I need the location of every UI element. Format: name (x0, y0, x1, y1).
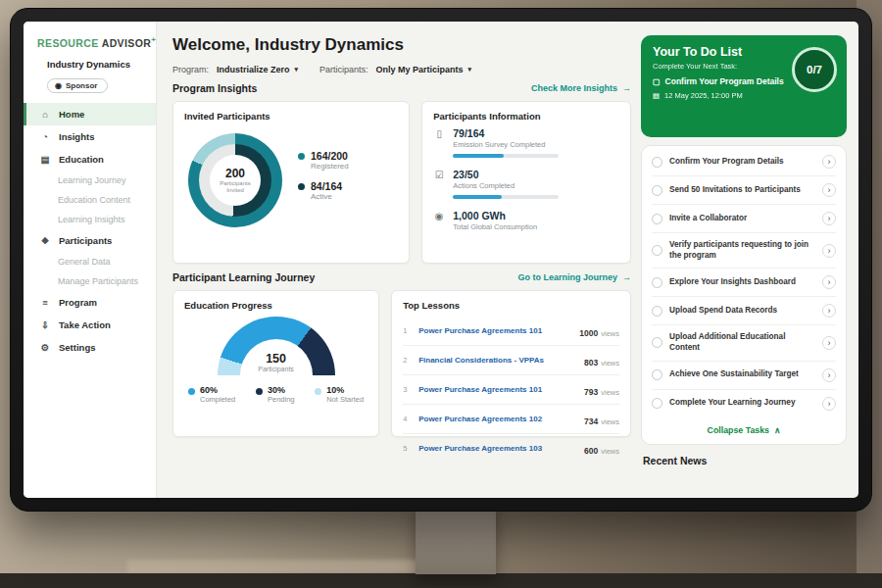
task-chevron-button[interactable]: › (822, 397, 836, 411)
app-logo: RESOURCE ADVISOR+ (24, 31, 156, 57)
task-row[interactable]: Achieve One Sustainability Target › (652, 362, 836, 390)
download-icon: ⇩ (39, 319, 51, 330)
task-row[interactable]: Explore Your Insights Dashboard › (652, 269, 836, 297)
section-title: Program Insights (172, 82, 257, 94)
nav-label: Learning Journey (58, 175, 126, 185)
task-row[interactable]: Verify participants requesting to join t… (652, 233, 836, 269)
sidebar-item-take-action[interactable]: ⇩ Take Action (24, 314, 156, 336)
task-row[interactable]: Upload Additional Educational Content › (652, 325, 836, 361)
sidebar-item-general-data[interactable]: General Data (24, 252, 156, 271)
task-row[interactable]: Send 50 Invitations to Participants › (652, 176, 836, 205)
legend-item: 60% Completed (188, 385, 235, 404)
stat-value: 79/164 (453, 127, 559, 139)
task-chevron-button[interactable]: › (822, 336, 836, 350)
task-checkbox[interactable] (652, 185, 662, 196)
task-checkbox[interactable] (652, 398, 662, 409)
stat-value: 1,000 GWh (453, 210, 537, 221)
todo-panel: Your To Do List Complete Your Next Task:… (641, 22, 858, 498)
lesson-row: 5 Power Purchase Agreements 103 600views (403, 434, 619, 463)
main-content: Welcome, Industry Dynamics Program: Indu… (157, 22, 641, 498)
lesson-link[interactable]: Power Purchase Agreements 102 (418, 415, 577, 423)
program-select[interactable]: Industrialize Zero ▾ (217, 65, 298, 74)
participants-filter-label: Participants: (319, 65, 368, 74)
task-row[interactable]: Upload Spend Data Records › (652, 297, 836, 325)
lesson-row: 4 Power Purchase Agreements 102 734views (403, 405, 619, 434)
gauge-center-value: 150 (240, 352, 313, 366)
stat-row: ▯ 79/164 Emission Survey Completed (433, 127, 619, 158)
legend-item: 84/164 Active (298, 180, 349, 201)
sidebar-item-learning-insights[interactable]: Learning Insights (24, 210, 156, 229)
invited-participants-card: Invited Participants 200 Participants In… (172, 101, 410, 264)
task-row[interactable]: Invite a Collaborator › (652, 205, 836, 233)
lesson-rank: 5 (403, 444, 412, 453)
go-to-learning-journey-link[interactable]: Go to Learning Journey → (517, 272, 631, 282)
stat-row: ☑ 23/50 Actions Completed (433, 169, 619, 199)
stat-label: Actions Completed (453, 181, 559, 190)
sidebar-item-insights[interactable]: ◔ Insights (24, 125, 156, 148)
task-chevron-button[interactable]: › (822, 183, 836, 197)
sponsor-icon: ◉ (55, 81, 62, 90)
lesson-link[interactable]: Financial Considerations - VPPAs (418, 356, 577, 365)
sidebar-item-education-content[interactable]: Education Content (24, 190, 156, 210)
task-checkbox[interactable] (652, 306, 662, 317)
sidebar-item-program[interactable]: ≡ Program (24, 291, 156, 314)
chevron-right-icon: › (828, 185, 831, 195)
task-label: Verify participants requesting to join t… (669, 240, 815, 261)
check-more-insights-link[interactable]: Check More Insights → (531, 83, 631, 93)
task-checkbox[interactable] (652, 277, 662, 288)
task-chevron-button[interactable]: › (822, 368, 836, 382)
task-checkbox[interactable] (652, 245, 662, 256)
task-checkbox[interactable] (652, 337, 662, 348)
task-chevron-button[interactable]: › (822, 244, 836, 258)
nav-label: Education Content (58, 195, 130, 205)
task-row[interactable]: Complete Your Learning Journey › (652, 390, 836, 417)
nav-label: Learning Insights (58, 215, 125, 224)
legend-value: 164/200 (311, 150, 349, 162)
task-label: Explore Your Insights Dashboard (669, 277, 815, 288)
lesson-views-unit: views (601, 447, 619, 456)
progress-bar-fill (453, 195, 502, 199)
legend-item: 164/200 Registered (298, 150, 349, 171)
lesson-views-unit: views (601, 329, 619, 338)
sidebar-item-settings[interactable]: ⚙ Settings (24, 336, 156, 359)
desk-edge (0, 573, 882, 588)
donut-legend: 164/200 Registered 84/164 Active (298, 150, 349, 211)
legend-label: Pending (268, 395, 295, 404)
sidebar-item-education[interactable]: ▤ Education (24, 148, 156, 171)
legend-dot-completed (188, 388, 195, 395)
donut-center: 200 Participants Invited (210, 155, 261, 206)
collapse-tasks-link[interactable]: Collapse Tasks ∧ (652, 417, 836, 440)
task-chevron-button[interactable]: › (822, 304, 836, 318)
sidebar-item-manage-participants[interactable]: Manage Participants (24, 271, 156, 291)
legend-item: 10% Not Started (315, 385, 364, 404)
task-row[interactable]: Confirm Your Program Details › (652, 148, 836, 176)
sidebar-item-participants[interactable]: ❖ Participants (24, 229, 156, 252)
sidebar-item-learning-journey[interactable]: Learning Journey (24, 171, 156, 190)
stat-row: ◉ 1,000 GWh Total Global Consumption (433, 210, 619, 231)
logo-plus: + (151, 35, 156, 44)
task-chevron-button[interactable]: › (822, 212, 836, 225)
chevron-right-icon: › (828, 370, 831, 380)
lesson-link[interactable]: Power Purchase Agreements 101 (418, 385, 577, 394)
invited-donut-chart: 200 Participants Invited (188, 133, 282, 227)
collapse-label: Collapse Tasks (708, 425, 769, 435)
sponsor-badge: ◉ Sponsor (47, 78, 108, 93)
task-chevron-button[interactable]: › (822, 275, 836, 289)
lesson-rank: 4 (403, 415, 412, 423)
task-chevron-button[interactable]: › (822, 155, 836, 169)
task-checkbox[interactable] (652, 214, 662, 224)
legend-label: Active (311, 192, 342, 201)
task-label: Upload Additional Educational Content (669, 332, 815, 353)
legend-value: 30% (268, 385, 295, 395)
dashboard-screen: RESOURCE ADVISOR+ Industry Dynamics ◉ Sp… (24, 22, 858, 498)
task-checkbox[interactable] (652, 157, 662, 168)
learning-cards-row: Education Progress 150 Participants 60% … (172, 290, 631, 437)
todo-due-label: 12 May 2025, 12:00 PM (664, 91, 743, 100)
sidebar-item-home[interactable]: ⌂ Home (24, 103, 156, 125)
task-checkbox[interactable] (652, 369, 662, 380)
lesson-link[interactable]: Power Purchase Agreements 101 (418, 326, 572, 335)
participants-select[interactable]: Only My Participants ▾ (376, 65, 472, 74)
task-label: Send 50 Invitations to Participants (669, 185, 815, 196)
lesson-link[interactable]: Power Purchase Agreements 103 (418, 444, 577, 453)
clipboard-icon: ▯ (433, 128, 445, 158)
